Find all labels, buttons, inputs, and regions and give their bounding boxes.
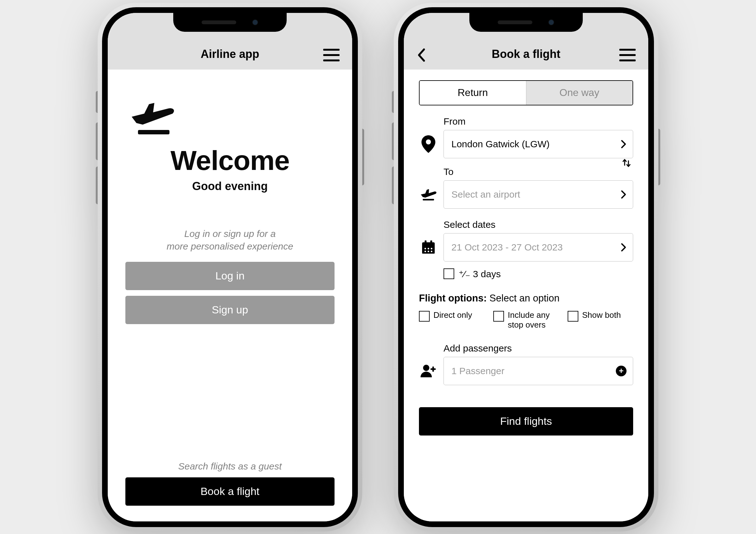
back-button[interactable]	[417, 47, 426, 63]
svg-rect-5	[425, 241, 426, 244]
menu-button[interactable]	[619, 49, 636, 61]
show-both-checkbox[interactable]	[568, 311, 578, 321]
book-flight-button[interactable]: Book a flight	[125, 477, 335, 506]
svg-point-10	[425, 250, 426, 252]
header-title: Book a flight	[417, 47, 636, 61]
guest-prompt: Search flights as a guest	[125, 461, 335, 472]
phone-notch	[469, 13, 583, 32]
location-pin-icon	[419, 135, 438, 153]
passengers-field[interactable]: 1 Passenger +	[444, 357, 633, 385]
from-airport-value: London Gatwick (LGW)	[451, 139, 550, 149]
phone-frame-booking: Book a flight Return One way From	[394, 3, 658, 531]
mockup-stage: Airline app Welcome Good evening	[98, 3, 658, 531]
phone-frame-welcome: Airline app Welcome Good evening	[98, 3, 362, 531]
tab-return[interactable]: Return	[419, 81, 526, 105]
include-stopovers-checkbox[interactable]	[493, 311, 504, 321]
dates-placeholder: 21 Oct 2023 - 27 Oct 2023	[451, 242, 563, 253]
to-airport-placeholder: Select an airport	[451, 189, 520, 200]
trip-type-segmented: Return One way	[419, 80, 633, 105]
to-airport-field[interactable]: Select an airport	[444, 180, 633, 209]
add-person-icon	[419, 364, 438, 378]
menu-button[interactable]	[323, 49, 339, 61]
passengers-label: Add passengers	[444, 343, 633, 354]
plus-minus-3days-checkbox[interactable]	[444, 268, 454, 279]
find-flights-button[interactable]: Find flights	[419, 407, 633, 436]
svg-point-1	[426, 140, 431, 144]
svg-point-13	[423, 365, 429, 371]
takeoff-icon	[419, 188, 438, 201]
tab-oneway[interactable]: One way	[526, 81, 633, 105]
plus-minus-3days-label: ⁺∕₋ 3 days	[459, 268, 501, 279]
welcome-heading: Welcome	[125, 144, 335, 177]
passengers-placeholder: 1 Passenger	[451, 366, 504, 376]
login-button[interactable]: Log in	[125, 262, 335, 290]
swap-airports-button[interactable]	[621, 158, 632, 168]
svg-rect-4	[422, 245, 435, 254]
from-airport-field[interactable]: London Gatwick (LGW)	[444, 130, 633, 158]
flight-options-heading: Flight options: Select an option	[419, 292, 633, 304]
include-stopovers-label: Include any stop overs	[508, 310, 559, 330]
direct-only-checkbox[interactable]	[419, 311, 430, 321]
svg-rect-6	[430, 241, 432, 244]
signup-button[interactable]: Sign up	[125, 296, 335, 324]
phone-notch	[173, 13, 287, 32]
calendar-icon	[419, 240, 438, 255]
svg-rect-0	[138, 130, 170, 134]
chevron-right-icon	[621, 243, 627, 252]
to-label: To	[444, 166, 633, 177]
show-both-label: Show both	[582, 310, 621, 320]
from-label: From	[444, 116, 633, 127]
direct-only-label: Direct only	[433, 310, 472, 320]
takeoff-icon	[125, 95, 335, 136]
svg-point-11	[428, 250, 429, 252]
chevron-right-icon	[621, 140, 627, 148]
chevron-right-icon	[621, 190, 627, 199]
svg-point-7	[425, 248, 426, 249]
svg-point-9	[431, 248, 433, 249]
welcome-subtitle: Good evening	[125, 180, 335, 193]
auth-prompt: Log in or sign up for a more personalise…	[125, 227, 335, 253]
svg-point-12	[431, 250, 433, 252]
svg-rect-2	[423, 199, 434, 200]
svg-point-8	[428, 248, 429, 249]
add-passenger-button[interactable]: +	[616, 366, 627, 376]
header-title: Airline app	[120, 47, 339, 61]
dates-field[interactable]: 21 Oct 2023 - 27 Oct 2023	[444, 233, 633, 262]
dates-label: Select dates	[444, 219, 633, 230]
